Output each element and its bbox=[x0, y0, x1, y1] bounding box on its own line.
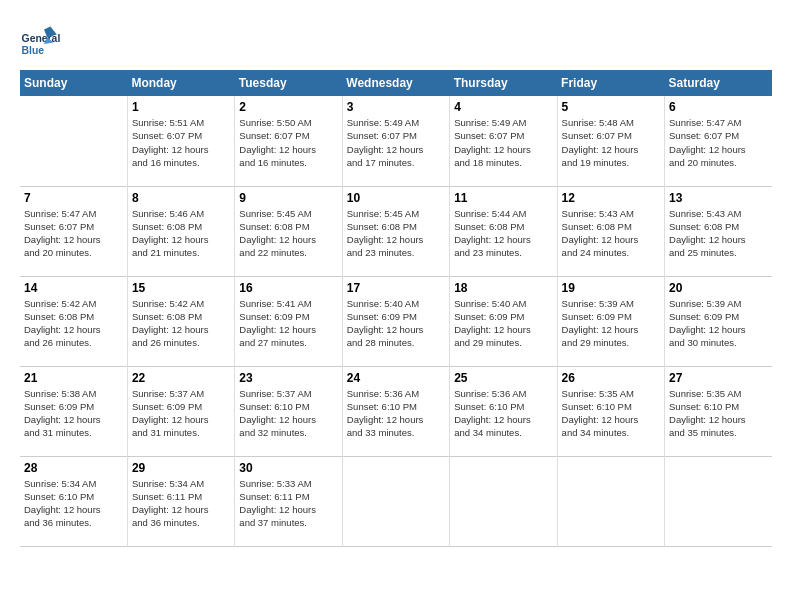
day-cell: 28Sunrise: 5:34 AMSunset: 6:10 PMDayligh… bbox=[20, 456, 127, 546]
week-row-4: 28Sunrise: 5:34 AMSunset: 6:10 PMDayligh… bbox=[20, 456, 772, 546]
day-cell: 10Sunrise: 5:45 AMSunset: 6:08 PMDayligh… bbox=[342, 186, 449, 276]
day-cell bbox=[665, 456, 772, 546]
day-info: Sunrise: 5:40 AMSunset: 6:09 PMDaylight:… bbox=[347, 297, 445, 350]
day-number: 4 bbox=[454, 100, 552, 114]
day-cell: 25Sunrise: 5:36 AMSunset: 6:10 PMDayligh… bbox=[450, 366, 557, 456]
day-number: 2 bbox=[239, 100, 337, 114]
day-cell: 9Sunrise: 5:45 AMSunset: 6:08 PMDaylight… bbox=[235, 186, 342, 276]
week-row-0: 1Sunrise: 5:51 AMSunset: 6:07 PMDaylight… bbox=[20, 96, 772, 186]
calendar-header: Sunday Monday Tuesday Wednesday Thursday… bbox=[20, 70, 772, 96]
day-number: 30 bbox=[239, 461, 337, 475]
day-info: Sunrise: 5:43 AMSunset: 6:08 PMDaylight:… bbox=[562, 207, 660, 260]
day-info: Sunrise: 5:40 AMSunset: 6:09 PMDaylight:… bbox=[454, 297, 552, 350]
day-cell: 27Sunrise: 5:35 AMSunset: 6:10 PMDayligh… bbox=[665, 366, 772, 456]
day-cell: 11Sunrise: 5:44 AMSunset: 6:08 PMDayligh… bbox=[450, 186, 557, 276]
day-number: 23 bbox=[239, 371, 337, 385]
day-number: 26 bbox=[562, 371, 660, 385]
day-number: 11 bbox=[454, 191, 552, 205]
calendar-body: 1Sunrise: 5:51 AMSunset: 6:07 PMDaylight… bbox=[20, 96, 772, 546]
day-cell: 6Sunrise: 5:47 AMSunset: 6:07 PMDaylight… bbox=[665, 96, 772, 186]
day-cell: 13Sunrise: 5:43 AMSunset: 6:08 PMDayligh… bbox=[665, 186, 772, 276]
day-number: 5 bbox=[562, 100, 660, 114]
day-cell: 17Sunrise: 5:40 AMSunset: 6:09 PMDayligh… bbox=[342, 276, 449, 366]
day-cell: 22Sunrise: 5:37 AMSunset: 6:09 PMDayligh… bbox=[127, 366, 234, 456]
day-info: Sunrise: 5:46 AMSunset: 6:08 PMDaylight:… bbox=[132, 207, 230, 260]
col-saturday: Saturday bbox=[665, 70, 772, 96]
day-number: 14 bbox=[24, 281, 123, 295]
calendar-table: Sunday Monday Tuesday Wednesday Thursday… bbox=[20, 70, 772, 547]
day-cell: 4Sunrise: 5:49 AMSunset: 6:07 PMDaylight… bbox=[450, 96, 557, 186]
day-number: 27 bbox=[669, 371, 768, 385]
day-info: Sunrise: 5:39 AMSunset: 6:09 PMDaylight:… bbox=[669, 297, 768, 350]
col-monday: Monday bbox=[127, 70, 234, 96]
day-info: Sunrise: 5:36 AMSunset: 6:10 PMDaylight:… bbox=[454, 387, 552, 440]
day-cell: 7Sunrise: 5:47 AMSunset: 6:07 PMDaylight… bbox=[20, 186, 127, 276]
day-cell: 15Sunrise: 5:42 AMSunset: 6:08 PMDayligh… bbox=[127, 276, 234, 366]
logo-icon: General Blue bbox=[20, 20, 60, 60]
day-cell bbox=[342, 456, 449, 546]
day-info: Sunrise: 5:41 AMSunset: 6:09 PMDaylight:… bbox=[239, 297, 337, 350]
day-info: Sunrise: 5:34 AMSunset: 6:10 PMDaylight:… bbox=[24, 477, 123, 530]
day-info: Sunrise: 5:34 AMSunset: 6:11 PMDaylight:… bbox=[132, 477, 230, 530]
col-wednesday: Wednesday bbox=[342, 70, 449, 96]
day-info: Sunrise: 5:50 AMSunset: 6:07 PMDaylight:… bbox=[239, 116, 337, 169]
day-number: 25 bbox=[454, 371, 552, 385]
col-tuesday: Tuesday bbox=[235, 70, 342, 96]
day-info: Sunrise: 5:33 AMSunset: 6:11 PMDaylight:… bbox=[239, 477, 337, 530]
col-friday: Friday bbox=[557, 70, 664, 96]
day-cell: 12Sunrise: 5:43 AMSunset: 6:08 PMDayligh… bbox=[557, 186, 664, 276]
day-cell: 18Sunrise: 5:40 AMSunset: 6:09 PMDayligh… bbox=[450, 276, 557, 366]
day-number: 19 bbox=[562, 281, 660, 295]
day-cell: 14Sunrise: 5:42 AMSunset: 6:08 PMDayligh… bbox=[20, 276, 127, 366]
day-cell: 30Sunrise: 5:33 AMSunset: 6:11 PMDayligh… bbox=[235, 456, 342, 546]
day-info: Sunrise: 5:47 AMSunset: 6:07 PMDaylight:… bbox=[24, 207, 123, 260]
day-number: 17 bbox=[347, 281, 445, 295]
col-thursday: Thursday bbox=[450, 70, 557, 96]
day-cell: 21Sunrise: 5:38 AMSunset: 6:09 PMDayligh… bbox=[20, 366, 127, 456]
week-row-2: 14Sunrise: 5:42 AMSunset: 6:08 PMDayligh… bbox=[20, 276, 772, 366]
day-cell bbox=[20, 96, 127, 186]
day-number: 9 bbox=[239, 191, 337, 205]
day-number: 22 bbox=[132, 371, 230, 385]
day-number: 21 bbox=[24, 371, 123, 385]
day-cell: 2Sunrise: 5:50 AMSunset: 6:07 PMDaylight… bbox=[235, 96, 342, 186]
day-cell: 1Sunrise: 5:51 AMSunset: 6:07 PMDaylight… bbox=[127, 96, 234, 186]
day-info: Sunrise: 5:37 AMSunset: 6:10 PMDaylight:… bbox=[239, 387, 337, 440]
svg-text:Blue: Blue bbox=[22, 45, 45, 56]
day-info: Sunrise: 5:35 AMSunset: 6:10 PMDaylight:… bbox=[669, 387, 768, 440]
day-info: Sunrise: 5:35 AMSunset: 6:10 PMDaylight:… bbox=[562, 387, 660, 440]
day-number: 1 bbox=[132, 100, 230, 114]
week-row-1: 7Sunrise: 5:47 AMSunset: 6:07 PMDaylight… bbox=[20, 186, 772, 276]
day-number: 10 bbox=[347, 191, 445, 205]
day-number: 13 bbox=[669, 191, 768, 205]
day-number: 18 bbox=[454, 281, 552, 295]
day-info: Sunrise: 5:42 AMSunset: 6:08 PMDaylight:… bbox=[24, 297, 123, 350]
day-number: 29 bbox=[132, 461, 230, 475]
day-number: 28 bbox=[24, 461, 123, 475]
day-info: Sunrise: 5:49 AMSunset: 6:07 PMDaylight:… bbox=[454, 116, 552, 169]
logo: General Blue bbox=[20, 20, 60, 60]
col-sunday: Sunday bbox=[20, 70, 127, 96]
day-number: 20 bbox=[669, 281, 768, 295]
week-row-3: 21Sunrise: 5:38 AMSunset: 6:09 PMDayligh… bbox=[20, 366, 772, 456]
day-info: Sunrise: 5:47 AMSunset: 6:07 PMDaylight:… bbox=[669, 116, 768, 169]
day-number: 3 bbox=[347, 100, 445, 114]
day-number: 15 bbox=[132, 281, 230, 295]
day-info: Sunrise: 5:37 AMSunset: 6:09 PMDaylight:… bbox=[132, 387, 230, 440]
day-info: Sunrise: 5:42 AMSunset: 6:08 PMDaylight:… bbox=[132, 297, 230, 350]
day-number: 24 bbox=[347, 371, 445, 385]
day-cell: 29Sunrise: 5:34 AMSunset: 6:11 PMDayligh… bbox=[127, 456, 234, 546]
day-cell: 23Sunrise: 5:37 AMSunset: 6:10 PMDayligh… bbox=[235, 366, 342, 456]
day-number: 12 bbox=[562, 191, 660, 205]
day-info: Sunrise: 5:39 AMSunset: 6:09 PMDaylight:… bbox=[562, 297, 660, 350]
day-cell: 3Sunrise: 5:49 AMSunset: 6:07 PMDaylight… bbox=[342, 96, 449, 186]
day-number: 6 bbox=[669, 100, 768, 114]
day-info: Sunrise: 5:45 AMSunset: 6:08 PMDaylight:… bbox=[347, 207, 445, 260]
day-info: Sunrise: 5:49 AMSunset: 6:07 PMDaylight:… bbox=[347, 116, 445, 169]
day-number: 7 bbox=[24, 191, 123, 205]
header-row: Sunday Monday Tuesday Wednesday Thursday… bbox=[20, 70, 772, 96]
day-cell: 5Sunrise: 5:48 AMSunset: 6:07 PMDaylight… bbox=[557, 96, 664, 186]
day-cell: 26Sunrise: 5:35 AMSunset: 6:10 PMDayligh… bbox=[557, 366, 664, 456]
day-cell: 24Sunrise: 5:36 AMSunset: 6:10 PMDayligh… bbox=[342, 366, 449, 456]
day-number: 16 bbox=[239, 281, 337, 295]
